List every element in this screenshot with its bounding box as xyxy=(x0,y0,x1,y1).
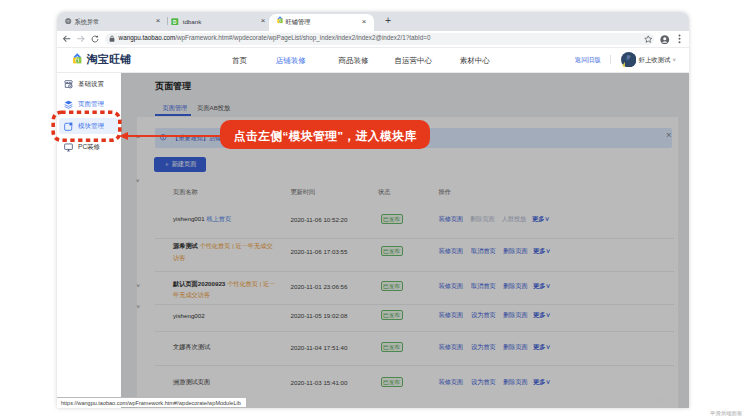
svg-text:D: D xyxy=(173,19,177,24)
